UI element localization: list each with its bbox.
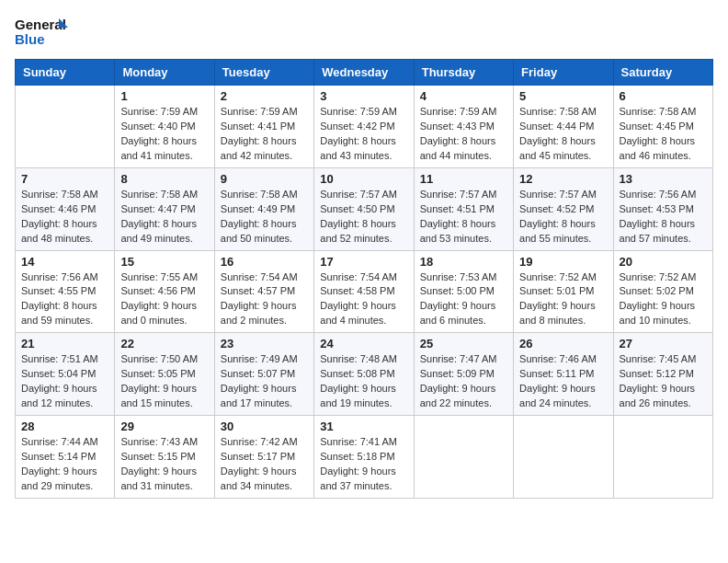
calendar-cell: 26Sunrise: 7:46 AMSunset: 5:11 PMDayligh… xyxy=(514,333,613,416)
svg-text:General: General xyxy=(15,17,66,32)
day-number: 20 xyxy=(620,255,707,269)
calendar-cell: 13Sunrise: 7:56 AMSunset: 4:53 PMDayligh… xyxy=(613,167,712,250)
day-number: 8 xyxy=(120,172,208,186)
day-info: Sunrise: 7:43 AMSunset: 5:15 PMDaylight:… xyxy=(120,435,208,494)
day-number: 7 xyxy=(21,172,108,186)
day-info: Sunrise: 7:58 AMSunset: 4:47 PMDaylight:… xyxy=(120,188,208,247)
day-number: 22 xyxy=(120,337,208,350)
day-number: 5 xyxy=(519,89,607,103)
logo: GeneralBlue xyxy=(15,15,70,48)
day-info: Sunrise: 7:56 AMSunset: 4:53 PMDaylight:… xyxy=(620,188,707,247)
calendar-cell: 8Sunrise: 7:58 AMSunset: 4:47 PMDaylight… xyxy=(115,167,214,250)
calendar-cell xyxy=(414,416,513,499)
calendar-cell xyxy=(16,86,115,168)
day-info: Sunrise: 7:41 AMSunset: 5:18 PMDaylight:… xyxy=(320,435,407,494)
calendar-cell: 12Sunrise: 7:57 AMSunset: 4:52 PMDayligh… xyxy=(514,167,613,250)
day-info: Sunrise: 7:48 AMSunset: 5:08 PMDaylight:… xyxy=(320,352,407,411)
day-number: 19 xyxy=(519,255,607,269)
day-number: 15 xyxy=(120,255,208,269)
calendar-cell: 30Sunrise: 7:42 AMSunset: 5:17 PMDayligh… xyxy=(214,416,313,499)
calendar-cell: 19Sunrise: 7:52 AMSunset: 5:01 PMDayligh… xyxy=(514,250,613,333)
day-info: Sunrise: 7:51 AMSunset: 5:04 PMDaylight:… xyxy=(21,352,108,411)
weekday-header-row: SundayMondayTuesdayWednesdayThursdayFrid… xyxy=(16,60,713,86)
calendar-cell: 23Sunrise: 7:49 AMSunset: 5:07 PMDayligh… xyxy=(214,333,313,416)
day-number: 11 xyxy=(420,172,507,186)
calendar-cell: 28Sunrise: 7:44 AMSunset: 5:14 PMDayligh… xyxy=(16,416,115,499)
day-info: Sunrise: 7:58 AMSunset: 4:45 PMDaylight:… xyxy=(620,105,707,164)
day-info: Sunrise: 7:57 AMSunset: 4:50 PMDaylight:… xyxy=(320,188,407,247)
calendar-cell: 25Sunrise: 7:47 AMSunset: 5:09 PMDayligh… xyxy=(414,333,513,416)
calendar-cell: 11Sunrise: 7:57 AMSunset: 4:51 PMDayligh… xyxy=(414,167,513,250)
calendar-cell: 3Sunrise: 7:59 AMSunset: 4:42 PMDaylight… xyxy=(314,86,414,168)
calendar-cell: 29Sunrise: 7:43 AMSunset: 5:15 PMDayligh… xyxy=(115,416,214,499)
calendar-week-row: 14Sunrise: 7:56 AMSunset: 4:55 PMDayligh… xyxy=(16,250,713,333)
day-info: Sunrise: 7:54 AMSunset: 4:57 PMDaylight:… xyxy=(221,270,308,329)
day-number: 4 xyxy=(420,89,507,103)
day-number: 10 xyxy=(320,172,407,186)
day-info: Sunrise: 7:52 AMSunset: 5:02 PMDaylight:… xyxy=(620,270,707,329)
svg-text:Blue: Blue xyxy=(15,31,45,47)
weekday-header-friday: Friday xyxy=(514,60,613,86)
day-info: Sunrise: 7:47 AMSunset: 5:09 PMDaylight:… xyxy=(420,352,507,411)
calendar-cell: 17Sunrise: 7:54 AMSunset: 4:58 PMDayligh… xyxy=(314,250,414,333)
day-number: 16 xyxy=(221,255,308,269)
calendar-cell: 14Sunrise: 7:56 AMSunset: 4:55 PMDayligh… xyxy=(16,250,115,333)
calendar-cell xyxy=(514,416,613,499)
calendar-cell: 27Sunrise: 7:45 AMSunset: 5:12 PMDayligh… xyxy=(613,333,712,416)
calendar-cell: 7Sunrise: 7:58 AMSunset: 4:46 PMDaylight… xyxy=(16,167,115,250)
calendar-cell: 4Sunrise: 7:59 AMSunset: 4:43 PMDaylight… xyxy=(414,86,513,168)
calendar-cell: 2Sunrise: 7:59 AMSunset: 4:41 PMDaylight… xyxy=(214,86,313,168)
day-info: Sunrise: 7:59 AMSunset: 4:40 PMDaylight:… xyxy=(120,105,208,164)
calendar-cell: 20Sunrise: 7:52 AMSunset: 5:02 PMDayligh… xyxy=(613,250,712,333)
calendar-cell: 21Sunrise: 7:51 AMSunset: 5:04 PMDayligh… xyxy=(16,333,115,416)
calendar-cell xyxy=(613,416,712,499)
calendar-cell: 5Sunrise: 7:58 AMSunset: 4:44 PMDaylight… xyxy=(514,86,613,168)
day-info: Sunrise: 7:58 AMSunset: 4:46 PMDaylight:… xyxy=(21,188,108,247)
day-number: 30 xyxy=(221,419,308,433)
day-number: 23 xyxy=(221,337,308,350)
day-number: 24 xyxy=(320,337,407,350)
day-number: 1 xyxy=(120,89,208,103)
day-number: 26 xyxy=(519,337,607,350)
calendar-cell: 1Sunrise: 7:59 AMSunset: 4:40 PMDaylight… xyxy=(115,86,214,168)
day-info: Sunrise: 7:52 AMSunset: 5:01 PMDaylight:… xyxy=(519,270,607,329)
weekday-header-sunday: Sunday xyxy=(16,60,115,86)
day-info: Sunrise: 7:59 AMSunset: 4:42 PMDaylight:… xyxy=(320,105,407,164)
day-number: 12 xyxy=(519,172,607,186)
weekday-header-saturday: Saturday xyxy=(613,60,712,86)
calendar-cell: 16Sunrise: 7:54 AMSunset: 4:57 PMDayligh… xyxy=(214,250,313,333)
weekday-header-monday: Monday xyxy=(115,60,214,86)
day-info: Sunrise: 7:59 AMSunset: 4:41 PMDaylight:… xyxy=(221,105,308,164)
day-info: Sunrise: 7:50 AMSunset: 5:05 PMDaylight:… xyxy=(120,352,208,411)
day-info: Sunrise: 7:57 AMSunset: 4:52 PMDaylight:… xyxy=(519,188,607,247)
logo-svg: GeneralBlue xyxy=(15,15,70,48)
calendar-cell: 15Sunrise: 7:55 AMSunset: 4:56 PMDayligh… xyxy=(115,250,214,333)
day-number: 2 xyxy=(221,89,308,103)
calendar-week-row: 1Sunrise: 7:59 AMSunset: 4:40 PMDaylight… xyxy=(16,86,713,168)
calendar-week-row: 7Sunrise: 7:58 AMSunset: 4:46 PMDaylight… xyxy=(16,167,713,250)
day-number: 27 xyxy=(620,337,707,350)
day-number: 25 xyxy=(420,337,507,350)
day-info: Sunrise: 7:44 AMSunset: 5:14 PMDaylight:… xyxy=(21,435,108,494)
day-number: 31 xyxy=(320,419,407,433)
page-header: GeneralBlue xyxy=(15,15,713,48)
day-number: 21 xyxy=(21,337,108,350)
calendar-cell: 6Sunrise: 7:58 AMSunset: 4:45 PMDaylight… xyxy=(613,86,712,168)
calendar-table: SundayMondayTuesdayWednesdayThursdayFrid… xyxy=(15,59,713,499)
day-info: Sunrise: 7:58 AMSunset: 4:44 PMDaylight:… xyxy=(519,105,607,164)
day-info: Sunrise: 7:49 AMSunset: 5:07 PMDaylight:… xyxy=(221,352,308,411)
day-number: 3 xyxy=(320,89,407,103)
weekday-header-thursday: Thursday xyxy=(414,60,513,86)
day-info: Sunrise: 7:45 AMSunset: 5:12 PMDaylight:… xyxy=(620,352,707,411)
weekday-header-wednesday: Wednesday xyxy=(314,60,414,86)
day-info: Sunrise: 7:42 AMSunset: 5:17 PMDaylight:… xyxy=(221,435,308,494)
day-number: 17 xyxy=(320,255,407,269)
day-info: Sunrise: 7:46 AMSunset: 5:11 PMDaylight:… xyxy=(519,352,607,411)
day-info: Sunrise: 7:53 AMSunset: 5:00 PMDaylight:… xyxy=(420,270,507,329)
day-number: 13 xyxy=(620,172,707,186)
day-info: Sunrise: 7:56 AMSunset: 4:55 PMDaylight:… xyxy=(21,270,108,329)
day-number: 29 xyxy=(120,419,208,433)
day-info: Sunrise: 7:57 AMSunset: 4:51 PMDaylight:… xyxy=(420,188,507,247)
day-info: Sunrise: 7:59 AMSunset: 4:43 PMDaylight:… xyxy=(420,105,507,164)
calendar-cell: 22Sunrise: 7:50 AMSunset: 5:05 PMDayligh… xyxy=(115,333,214,416)
